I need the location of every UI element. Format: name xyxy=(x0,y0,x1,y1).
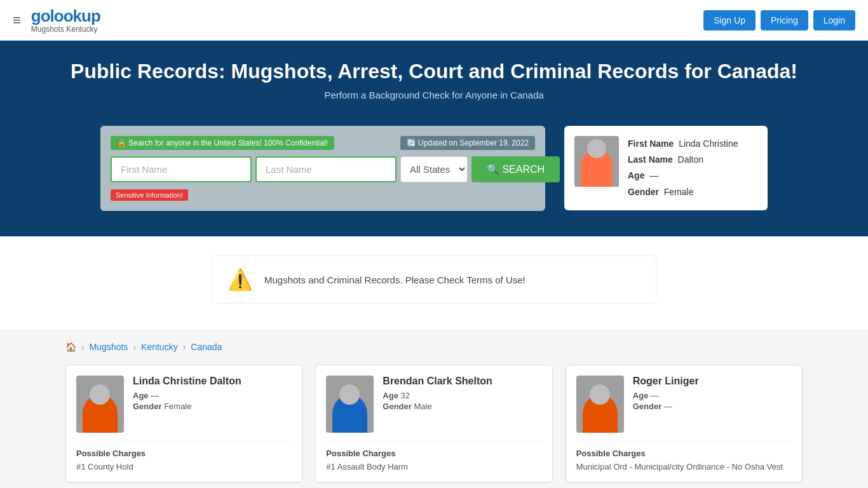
card-info: Linda Christine Dalton Age — Gender Fema… xyxy=(133,376,292,433)
card-charge: #1 Assault Body Harm xyxy=(326,462,541,471)
card-avatar xyxy=(326,376,374,433)
breadcrumb-state-link[interactable]: Kentucky xyxy=(141,342,178,352)
profile-info: First Name Linda Christine Last Name Dal… xyxy=(628,136,757,200)
warning-icon: ⚠️ xyxy=(227,268,253,292)
profile-gender: Gender Female xyxy=(628,184,757,200)
breadcrumb-city-link[interactable]: Canada xyxy=(191,342,222,352)
search-inputs: All States 🔍 SEARCH xyxy=(111,156,535,182)
profile-side-card: First Name Linda Christine Last Name Dal… xyxy=(564,126,768,210)
state-select[interactable]: All States xyxy=(400,156,468,182)
avatar-head xyxy=(90,384,110,405)
breadcrumb-separator-2: › xyxy=(133,342,136,352)
breadcrumb-separator: › xyxy=(81,342,85,352)
card-avatar xyxy=(576,376,624,433)
top-navigation: ≡ golookup Mugshots Kentucky Sign Up Pri… xyxy=(0,0,868,41)
card-age: Age — xyxy=(133,391,292,400)
card-charges-label: Possible Charges xyxy=(326,449,541,458)
card-top: Brendan Clark Shelton Age 32 Gender Male xyxy=(326,376,541,433)
card-charge: Municipal Ord - Municipal/city Ordinance… xyxy=(576,462,792,471)
avatar-body xyxy=(332,395,367,433)
card-name: Linda Christine Dalton xyxy=(133,376,292,387)
last-name-input[interactable] xyxy=(255,156,397,182)
search-top-bar: 🔒 Search for anyone in the United States… xyxy=(111,136,535,150)
logo-text: golookup xyxy=(31,6,100,26)
hero-title: Public Records: Mugshots, Arrest, Court … xyxy=(13,60,855,83)
mugshots-grid: Linda Christine Dalton Age — Gender Fema… xyxy=(65,365,803,488)
main-content: 🏠 › Mugshots › Kentucky › Canada Linda C… xyxy=(53,329,815,488)
card-divider xyxy=(326,442,541,442)
profile-first-name: First Name Linda Christine xyxy=(628,136,757,152)
card-top: Roger Liniger Age — Gender — xyxy=(576,376,792,433)
breadcrumb: 🏠 › Mugshots › Kentucky › Canada xyxy=(65,342,803,352)
breadcrumb-separator-3: › xyxy=(183,342,186,352)
search-form: 🔒 Search for anyone in the United States… xyxy=(100,126,545,211)
card-charges-label: Possible Charges xyxy=(576,449,792,458)
card-info: Roger Liniger Age — Gender — xyxy=(633,376,792,433)
card-gender: Gender Female xyxy=(133,402,292,411)
warning-section: ⚠️ Mugshots and Criminal Records. Please… xyxy=(0,236,868,329)
avatar-head xyxy=(339,384,360,405)
card-age: Age 32 xyxy=(383,391,541,400)
profile-age: Age — xyxy=(628,168,757,184)
avatar-head xyxy=(590,384,610,405)
card-charge: #1 County Hold xyxy=(76,462,292,471)
profile-avatar xyxy=(574,136,619,187)
hamburger-menu-icon[interactable]: ≡ xyxy=(13,12,21,29)
mugshot-card[interactable]: Linda Christine Dalton Age — Gender Fema… xyxy=(65,365,302,482)
sensitive-label: Sensitive Information! xyxy=(111,189,188,201)
breadcrumb-home-link[interactable]: 🏠 xyxy=(65,342,76,352)
search-button[interactable]: 🔍 SEARCH xyxy=(471,156,560,182)
avatar-body xyxy=(583,395,618,433)
card-divider xyxy=(576,442,792,442)
nav-buttons: Sign Up Pricing Login xyxy=(703,10,855,30)
card-info: Brendan Clark Shelton Age 32 Gender Male xyxy=(383,376,541,433)
first-name-input[interactable] xyxy=(111,156,252,182)
breadcrumb-mugshots-link[interactable]: Mugshots xyxy=(90,342,128,352)
avatar-body xyxy=(83,395,118,433)
warning-bar: ⚠️ Mugshots and Criminal Records. Please… xyxy=(212,255,656,304)
card-divider xyxy=(76,442,292,442)
logo: golookup Mugshots Kentucky xyxy=(31,6,100,34)
logo-subtitle: Mugshots Kentucky xyxy=(31,25,100,34)
card-avatar xyxy=(76,376,124,433)
card-name: Brendan Clark Shelton xyxy=(383,376,541,387)
hero-section: Public Records: Mugshots, Arrest, Court … xyxy=(0,41,868,126)
signup-button[interactable]: Sign Up xyxy=(703,10,756,30)
card-name: Roger Liniger xyxy=(633,376,792,387)
profile-last-name: Last Name Dalton xyxy=(628,152,757,168)
card-age: Age — xyxy=(633,391,792,400)
login-button[interactable]: Login xyxy=(813,10,855,30)
card-charges-label: Possible Charges xyxy=(76,449,292,458)
warning-text: Mugshots and Criminal Records. Please Ch… xyxy=(264,274,526,285)
mugshot-card[interactable]: Brendan Clark Shelton Age 32 Gender Male… xyxy=(315,365,552,482)
search-section: 🔒 Search for anyone in the United States… xyxy=(0,126,868,236)
mugshot-card[interactable]: Roger Liniger Age — Gender — Possible Ch… xyxy=(566,365,803,482)
card-gender: Gender — xyxy=(633,402,792,411)
card-top: Linda Christine Dalton Age — Gender Fema… xyxy=(76,376,292,433)
pricing-button[interactable]: Pricing xyxy=(761,10,808,30)
card-gender: Gender Male xyxy=(383,402,541,411)
updated-badge: 🔄 Updated on September 19, 2022 xyxy=(400,136,535,150)
confidential-badge: 🔒 Search for anyone in the United States… xyxy=(111,136,334,150)
hero-subtitle: Perform a Background Check for Anyone in… xyxy=(13,90,855,100)
